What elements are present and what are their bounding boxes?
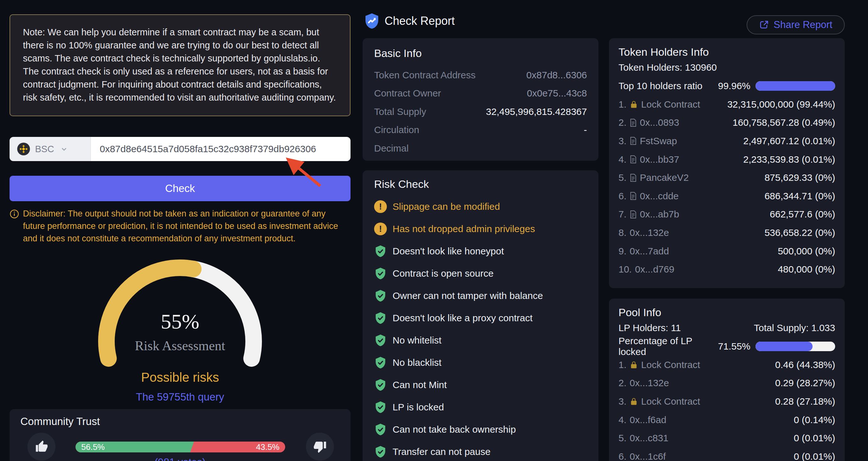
risk-check-item: Can not take back ownership (374, 418, 587, 440)
basic-info-row: Contract Owner 0x0e75...43c8 (374, 85, 587, 103)
token-holders-count: Token Holders: 130960 (619, 58, 835, 77)
holder-value: 536,658.22 (0%) (765, 227, 835, 238)
pool-name-group: 6. 0x...1c6f (619, 451, 666, 461)
basic-info-row: Decimal (374, 139, 587, 158)
check-button[interactable]: Check (9, 176, 350, 201)
pool-name-group: 1. Lock Contract (619, 359, 700, 370)
top10-ratio-bar-fill (755, 81, 835, 91)
disclaimer-text: Disclaimer: The output should not be tak… (23, 207, 343, 245)
info-label: Contract Owner (374, 88, 441, 99)
holder-row: 6. 0x...cdde 686,344.71 (0%) (619, 187, 835, 205)
info-value: 32,495,996,815.428367 (486, 106, 587, 117)
vote-count: (981 votes) (9, 456, 350, 461)
contract-address-input[interactable] (91, 137, 350, 161)
shield-check-icon (374, 401, 387, 414)
holder-value: 480,000 (0%) (778, 264, 835, 275)
holder-name-group: 2. 0x...0893 (619, 117, 679, 128)
basic-info-title: Basic Info (374, 47, 587, 60)
holder-value: 875,629.33 (0%) (765, 172, 835, 183)
pool-total-supply-label: Total Supply: 1.033 (754, 323, 835, 333)
gauge-label: Risk Assessment (9, 338, 350, 353)
holder-name-group: 1. Lock Contract (619, 99, 700, 110)
negative-vote-pct: 43.5% (256, 441, 279, 452)
pool-value: 0.29 (28.27%) (775, 377, 835, 388)
thumbs-up-icon (35, 440, 48, 453)
basic-info-row: Circulation - (374, 121, 587, 139)
pool-name-group: 2. 0x...132e (619, 377, 669, 388)
risk-check-text: Doesn't look like honeypot (393, 246, 504, 257)
holder-row: 3. FstSwap 2,497,607.12 (0.01%) (619, 132, 835, 150)
holder-value: 2,497,607.12 (0.01%) (743, 136, 835, 146)
top10-ratio-bar (755, 81, 835, 91)
shield-check-icon (374, 423, 387, 436)
holder-rank: 8. (619, 227, 626, 238)
pool-name-group: 3. Lock Contract (619, 396, 700, 407)
contract-search-row: BSC (9, 137, 350, 161)
holder-name: 0x...d769 (635, 264, 674, 275)
pool-rank: 5. (619, 433, 626, 443)
document-icon (630, 155, 637, 164)
basic-info-card: Basic Info Token Contract Address 0x87d8… (363, 38, 598, 161)
info-label: Total Supply (374, 106, 426, 117)
risk-check-text: Transfer can not pause (393, 447, 490, 457)
pool-name: 0x...132e (630, 377, 669, 388)
pool-value: 0.46 (44.38%) (775, 359, 835, 370)
share-report-label: Share Report (774, 19, 832, 31)
holder-rank: 5. (619, 172, 626, 183)
lp-locked-bar (755, 341, 835, 351)
holder-name: 0x...132e (630, 227, 669, 238)
pool-row: 3. Lock Contract 0.28 (27.18%) (619, 392, 835, 411)
holder-name-group: 3. FstSwap (619, 136, 677, 146)
holder-row: 1. Lock Contract 32,315,000,000 (99.44%) (619, 95, 835, 114)
pool-rank: 6. (619, 451, 626, 461)
lock-icon (630, 397, 638, 405)
holder-name-group: 6. 0x...cdde (619, 191, 679, 201)
basic-info-row: Total Supply 32,495,996,815.428367 (374, 102, 587, 121)
holder-rank: 2. (619, 117, 626, 128)
holder-name: 0x...ab7b (640, 209, 679, 220)
holder-name: 0x...7add (630, 246, 669, 257)
document-icon (630, 173, 637, 182)
pool-name-group: 5. 0x...c831 (619, 433, 669, 443)
pool-info-card: Pool Info LP Holders: 11 Total Supply: 1… (609, 299, 845, 461)
info-icon (9, 209, 19, 219)
chain-selector[interactable]: BSC (9, 137, 91, 161)
lp-locked-value: 71.55% (718, 341, 750, 352)
top10-ratio-value: 99.96% (718, 80, 750, 91)
community-trust-card: Community Trust 56.5% 43.5% (981 votes) (9, 409, 350, 461)
warning-icon: ! (374, 223, 387, 235)
pool-row: 4. 0x...f6ad 0 (0.14%) (619, 411, 835, 429)
info-label: Decimal (374, 143, 408, 154)
risk-check-text: Can not take back ownership (393, 424, 516, 435)
risk-check-text: Contract is open source (393, 268, 494, 279)
holder-row: 10. 0x...d769 480,000 (0%) (619, 260, 835, 278)
positive-vote-pct: 56.5% (81, 442, 105, 452)
risk-check-item: No blacklist (374, 352, 587, 374)
risk-check-card: Risk Check ! Slippage can be modified ! … (363, 170, 598, 461)
pool-row: 6. 0x...1c6f 0 (0.01%) (619, 447, 835, 461)
shield-check-icon (374, 356, 387, 369)
risk-check-item: Doesn't look like a proxy contract (374, 307, 587, 329)
shield-check-icon (374, 312, 387, 324)
vote-bar-positive: 56.5% (75, 441, 194, 452)
holder-name-group: 7. 0x...ab7b (619, 209, 679, 220)
note-box: Note: We can help you determine if a sma… (9, 14, 350, 116)
risk-check-item: Owner can not tamper with balance (374, 285, 587, 307)
token-holders-card: Token Holders Info Token Holders: 130960… (609, 38, 845, 288)
community-trust-title: Community Trust (21, 416, 100, 428)
lp-locked-bar-fill (755, 341, 812, 351)
share-report-button[interactable]: Share Report (747, 15, 845, 34)
info-value: 0x0e75...43c8 (527, 88, 587, 99)
pool-name-group: 4. 0x...f6ad (619, 415, 666, 425)
gauge-percent: 55% (9, 309, 350, 334)
pool-value: 0 (0.14%) (794, 415, 835, 425)
holder-value: 160,758,567.28 (0.49%) (733, 117, 835, 128)
pool-rank: 1. (619, 359, 626, 370)
holder-value: 32,315,000,000 (99.44%) (727, 99, 835, 110)
holder-rank: 7. (619, 209, 626, 220)
lp-holders-label: LP Holders: 11 (619, 323, 681, 333)
document-icon (630, 119, 637, 127)
warning-icon: ! (374, 200, 387, 213)
risk-check-text: Has not dropped admin privileges (393, 224, 535, 234)
holder-name-group: 10. 0x...d769 (619, 264, 674, 275)
